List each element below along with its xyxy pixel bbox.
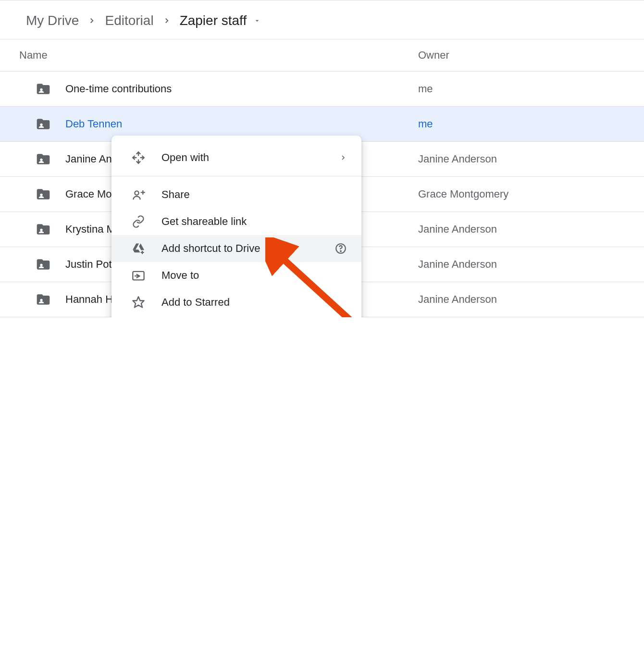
item-owner: me	[418, 118, 620, 130]
menu-label: Add shortcut to Drive	[161, 242, 334, 255]
svg-point-7	[135, 191, 138, 195]
menu-item-drive-add[interactable]: Add shortcut to Drive	[111, 235, 361, 262]
shared-folder-icon	[34, 222, 53, 237]
breadcrumb: My Drive Editorial Zapier staff	[0, 0, 644, 39]
shared-folder-icon	[34, 81, 53, 97]
item-owner: me	[418, 83, 620, 95]
breadcrumb-current[interactable]: Zapier staff	[178, 12, 249, 29]
share-icon	[131, 187, 146, 202]
shared-folder-icon	[34, 187, 53, 202]
item-owner: Grace Montgomery	[418, 188, 620, 200]
chevron-right-icon	[87, 16, 96, 25]
table-header: Name Owner	[0, 39, 644, 72]
svg-point-4	[40, 229, 42, 231]
item-owner: Janine Anderson	[418, 258, 620, 271]
help-icon[interactable]	[334, 242, 347, 255]
breadcrumb-editorial[interactable]: Editorial	[103, 12, 155, 29]
caret-down-icon[interactable]	[253, 17, 261, 25]
menu-divider	[111, 176, 361, 176]
shared-folder-icon	[34, 116, 53, 132]
menu-item-star[interactable]: Add to Starred	[111, 289, 361, 316]
shared-folder-icon	[34, 151, 53, 167]
svg-point-2	[40, 159, 42, 161]
move-icon	[131, 268, 146, 283]
breadcrumb-mydrive[interactable]: My Drive	[24, 12, 81, 29]
table-row[interactable]: One-time contributions me	[0, 72, 644, 107]
menu-item-share[interactable]: Share	[111, 181, 361, 208]
svg-point-0	[40, 88, 42, 91]
chevron-right-icon	[339, 154, 347, 162]
item-owner: Janine Anderson	[418, 223, 620, 236]
context-menu: Open with Share Get shareable link Add s…	[111, 136, 361, 317]
header-name[interactable]: Name	[19, 49, 418, 62]
drive-add-icon	[131, 241, 146, 256]
shared-folder-icon	[34, 292, 53, 307]
item-name: One-time contributions	[65, 83, 418, 95]
svg-point-3	[40, 194, 42, 196]
header-owner[interactable]: Owner	[418, 49, 620, 62]
star-icon	[131, 295, 146, 310]
svg-point-1	[40, 124, 42, 126]
link-icon	[131, 214, 146, 229]
menu-item-move[interactable]: Move to	[111, 262, 361, 289]
item-name: Deb Tennen	[65, 118, 418, 130]
svg-point-14	[340, 251, 341, 252]
chevron-right-icon	[162, 16, 171, 25]
svg-marker-17	[133, 297, 144, 307]
menu-item-rename[interactable]: Rename	[111, 316, 361, 317]
svg-point-5	[40, 264, 42, 266]
shared-folder-icon	[34, 257, 53, 272]
menu-label: Open with	[161, 151, 339, 164]
item-owner: Janine Anderson	[418, 153, 620, 165]
menu-label: Get shareable link	[161, 215, 347, 228]
svg-point-6	[40, 299, 42, 301]
open-with-icon	[131, 150, 146, 165]
menu-label: Add to Starred	[161, 296, 347, 309]
menu-item-link[interactable]: Get shareable link	[111, 208, 361, 235]
item-owner: Janine Anderson	[418, 293, 620, 306]
menu-item-open-with[interactable]: Open with	[111, 144, 361, 171]
menu-label: Move to	[161, 269, 347, 282]
menu-label: Share	[161, 188, 347, 201]
